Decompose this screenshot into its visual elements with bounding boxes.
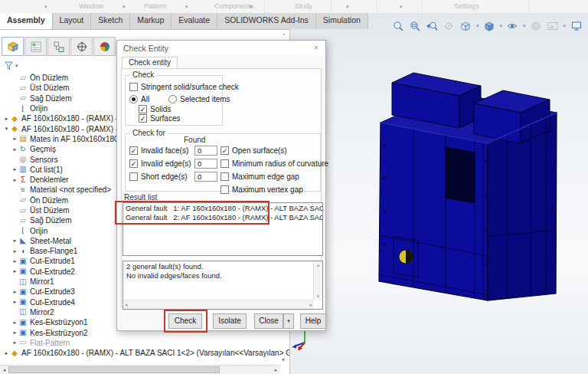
found-value[interactable]: 0 [194,146,217,156]
tree-expand-icon[interactable]: ▸ [11,320,18,326]
solids-checkbox[interactable]: ✓ [139,105,147,113]
dropdown-caret-icon[interactable]: ▾ [346,4,349,10]
checkbox[interactable]: ✓ [129,146,138,155]
cad-model-cabinet[interactable] [366,69,559,308]
checkbox[interactable]: ✓ [220,146,229,155]
isolate-button[interactable]: Isolate [213,313,247,329]
all-radio[interactable] [129,95,138,103]
solids-row[interactable]: ✓ Solids [139,105,171,113]
edit-appearance-icon[interactable] [528,19,543,34]
close-split-caret-icon[interactable]: ▾ [283,313,294,329]
display-style-icon[interactable] [482,19,496,34]
tree-expand-icon[interactable]: ▸ [11,248,18,254]
dropdown-caret-icon[interactable]: ▾ [44,4,47,10]
ribbon-tab-assembly[interactable]: Assembly [0,13,53,29]
message-box[interactable]: 2 general fault(s) found.No invalid edge… [122,261,323,310]
ribbon-tab-layout[interactable]: Layout [53,13,92,29]
found-value[interactable]: 0 [194,159,217,169]
tree-expand-icon[interactable]: ▸ [3,350,10,356]
stringent-checkbox[interactable] [129,83,138,91]
ribbon-tab-markup[interactable]: Markup [130,13,172,29]
scrollbar-thumb[interactable] [8,366,220,373]
dimxpertmanager-tab-icon[interactable] [70,37,93,56]
checkbox[interactable] [220,159,229,168]
featuremanager-tab-icon[interactable] [2,37,24,56]
check-button[interactable]: Check [168,313,202,329]
check-for-row[interactable]: Maximum vertex gap [220,183,328,196]
selected-items-radio[interactable] [168,95,177,103]
dialog-titlebar[interactable]: Check Entity × [117,41,325,55]
found-value[interactable]: 0 [194,172,217,182]
tree-filter[interactable]: ▾ [4,60,18,71]
radio-all-row[interactable]: All [129,95,149,103]
menu-label-study[interactable]: Study [295,2,312,10]
check-for-row[interactable]: Minimum radius of curvature [220,157,328,170]
result-list-row[interactable]: General fault 2: AF 160x160x180 - (RAMX)… [123,212,322,221]
view-orientation-icon[interactable] [459,19,473,34]
scroll-left-icon[interactable]: ◂ [125,300,128,309]
tree-expand-icon[interactable]: ▸ [11,340,18,346]
hide-show-items-caret-icon[interactable]: ▾ [523,23,526,29]
tree-item[interactable]: ▸▭Flat-Pattern [0,338,289,348]
scroll-up-icon[interactable]: ▴ [314,262,322,268]
dropdown-caret-icon[interactable]: ▾ [400,4,403,10]
tree-expand-icon[interactable]: ▾ [3,126,10,132]
tree-expand-icon[interactable]: ▸ [3,116,10,122]
surfaces-checkbox[interactable]: ✓ [139,114,147,123]
view-orientation-caret-icon[interactable]: ▾ [476,23,479,29]
menu-label-pattern[interactable]: Pattern [144,2,166,10]
check-for-row[interactable]: ✓Invalid face(s)0 [129,144,217,157]
section-view-icon[interactable] [442,19,456,34]
zoom-to-area-icon[interactable] [408,19,423,34]
zoom-to-fit-icon[interactable] [391,19,406,34]
hide-show-items-icon[interactable] [505,19,520,34]
ribbon-tab-simulation[interactable]: Simulation [316,13,368,29]
stringent-check-row[interactable]: Stringent solid/surface check [129,83,239,91]
tree-expand-icon[interactable]: ▸ [11,268,18,274]
tree-expand-icon[interactable]: ▸ [11,330,18,336]
tree-expand-icon[interactable]: ▸ [11,146,18,153]
tree-expand-icon[interactable]: ▸ [11,258,18,264]
checkbox[interactable] [220,172,229,181]
check-for-row[interactable]: ✓Invalid edge(s)0 [129,157,217,170]
scroll-right-icon[interactable]: ▸ [309,300,312,309]
menu-label-components[interactable]: Components [214,2,253,10]
tree-expand-icon[interactable]: ▸ [11,238,18,244]
ribbon-collapse-caret[interactable]: ⌄ [282,31,286,37]
result-list-row[interactable]: General fault 1: AF 160x160x180 - (RAMX)… [123,203,322,212]
previous-view-icon[interactable] [425,19,439,34]
apply-scene-icon[interactable] [545,19,560,34]
check-for-row[interactable]: Short edge(s)0 [129,170,217,183]
tree-expand-icon[interactable]: ▸ [11,166,18,172]
close-icon[interactable]: × [310,42,322,54]
display-style-caret-icon[interactable]: ▾ [499,23,502,29]
message-vscrollbar[interactable]: ▴ ▾ [313,261,322,300]
check-for-row[interactable]: ✓Open surface(s) [220,144,328,157]
displaymanager-tab-icon[interactable] [93,37,116,56]
dropdown-caret-icon[interactable]: ▾ [250,4,253,10]
scroll-right-icon[interactable]: ▸ [272,366,280,374]
tree-scroll-down-icon[interactable]: ▾ [282,356,285,363]
dropdown-caret-icon[interactable]: ▾ [185,4,188,10]
dropdown-caret-icon[interactable]: ▾ [122,4,126,10]
tree-horizontal-scrollbar[interactable]: ◂ ▸ [0,365,280,374]
scroll-down-icon[interactable]: ▾ [314,294,322,300]
message-hscrollbar[interactable]: ◂ ▸ [123,300,314,309]
configurationmanager-tab-icon[interactable] [47,37,70,56]
scroll-left-icon[interactable]: ◂ [0,366,8,374]
tree-item[interactable]: ▸◆AF 160x160x180 - (RAMX) - ALT BAZA SAC… [0,348,289,358]
apply-scene-caret-icon[interactable]: ▾ [563,23,566,29]
tree-expand-icon[interactable]: ▸ [11,177,18,183]
tree-expand-icon[interactable]: ▸ [11,299,18,305]
graphics-viewport[interactable]: ▾ ▾ ▾ ▾ [289,13,588,374]
checkbox[interactable] [220,185,229,194]
result-listbox[interactable]: General fault 1: AF 160x160x180 - (RAMX)… [122,202,323,256]
check-for-row[interactable]: Maximum edge gap [220,170,328,183]
ribbon-tab-sketch[interactable]: Sketch [91,13,130,29]
checkbox[interactable] [129,172,138,181]
ribbon-tab-evaluate[interactable]: Evaluate [172,13,217,29]
radio-selected-row[interactable]: Selected items [168,95,230,103]
ribbon-tab-solidworks-add-ins[interactable]: SOLIDWORKS Add-Ins [217,13,316,29]
menu-label-window[interactable]: Window [79,2,103,10]
view-settings-icon[interactable] [569,19,583,34]
